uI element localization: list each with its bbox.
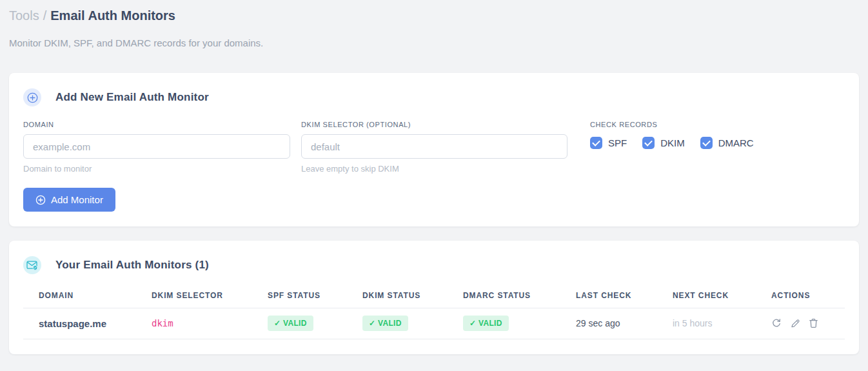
- page-title: Email Auth Monitors: [50, 8, 175, 23]
- monitors-table-header-row: DOMAIN DKIM SELECTOR SPF STATUS DKIM STA…: [23, 283, 845, 308]
- monitors-list-card: Your Email Auth Monitors (1) DOMAIN DKIM…: [9, 241, 859, 354]
- column-header-spf-status: SPF STATUS: [252, 283, 347, 308]
- dkim-selector-field-group: DKIM SELECTOR (OPTIONAL) Leave empty to …: [301, 121, 567, 174]
- column-header-last-check: LAST CHECK: [560, 283, 657, 308]
- monitor-domain: statuspage.me: [23, 308, 136, 339]
- column-header-actions: ACTIONS: [756, 283, 845, 308]
- page-subtitle: Monitor DKIM, SPF, and DMARC records for…: [9, 37, 859, 48]
- spf-status-badge: ✓ VALID: [268, 316, 313, 331]
- breadcrumb: Tools/Email Auth Monitors: [9, 6, 859, 25]
- domain-field-label: DOMAIN: [23, 121, 290, 128]
- monitor-table-row: statuspage.me dkim ✓ VALID ✓ VALID ✓ VAL…: [23, 308, 845, 339]
- monitor-dmarc-status-cell: ✓ VALID: [448, 308, 560, 339]
- monitor-dkim-selector: dkim: [136, 308, 252, 339]
- column-header-dkim-status: DKIM STATUS: [347, 283, 448, 308]
- breadcrumb-tools-link[interactable]: Tools: [9, 8, 39, 23]
- monitor-last-check: 29 sec ago: [560, 308, 657, 339]
- dkim-check-item[interactable]: DKIM: [642, 137, 685, 149]
- edit-icon[interactable]: [790, 318, 800, 328]
- add-monitor-button-label: Add Monitor: [51, 194, 103, 205]
- monitor-actions-cell: [756, 308, 845, 339]
- check-records-label: CHECK RECORDS: [590, 121, 845, 128]
- monitor-dkim-status-cell: ✓ VALID: [347, 308, 448, 339]
- email-auth-monitors-page: Tools/Email Auth Monitors Monitor DKIM, …: [0, 0, 868, 354]
- column-header-domain: DOMAIN: [23, 283, 136, 308]
- domain-field-helper: Domain to monitor: [23, 164, 290, 174]
- column-header-next-check: NEXT CHECK: [657, 283, 756, 308]
- spf-check-item[interactable]: SPF: [590, 137, 627, 149]
- dkim-status-badge: ✓ VALID: [362, 316, 408, 331]
- check-records-group: CHECK RECORDS SPF DKIM DMARC: [578, 121, 845, 174]
- plus-circle-icon: [35, 195, 46, 205]
- column-header-dkim-selector: DKIM SELECTOR: [136, 283, 252, 308]
- plus-circle-icon: [23, 88, 41, 106]
- dmarc-check-item[interactable]: DMARC: [700, 137, 754, 149]
- breadcrumb-separator: /: [43, 8, 47, 23]
- dkim-selector-input[interactable]: [301, 134, 567, 159]
- dkim-selector-field-helper: Leave empty to skip DKIM: [301, 164, 567, 174]
- domain-input[interactable]: [23, 134, 290, 159]
- monitor-next-check: in 5 hours: [657, 308, 756, 339]
- domain-field-group: DOMAIN Domain to monitor: [23, 121, 290, 174]
- dkim-checkbox-checked-icon[interactable]: [642, 137, 655, 149]
- add-monitor-card: Add New Email Auth Monitor DOMAIN Domain…: [9, 73, 859, 226]
- dmarc-status-badge: ✓ VALID: [463, 316, 509, 331]
- column-header-dmarc-status: DMARC STATUS: [448, 283, 560, 308]
- add-monitor-button[interactable]: Add Monitor: [23, 188, 115, 212]
- add-monitor-card-header: Add New Email Auth Monitor: [23, 88, 845, 106]
- add-monitor-card-title: Add New Email Auth Monitor: [55, 91, 209, 104]
- monitors-table: DOMAIN DKIM SELECTOR SPF STATUS DKIM STA…: [23, 283, 845, 339]
- add-monitor-form: DOMAIN Domain to monitor DKIM SELECTOR (…: [23, 121, 845, 174]
- dmarc-checkbox-checked-icon[interactable]: [700, 137, 713, 149]
- spf-checkbox-checked-icon[interactable]: [590, 137, 602, 149]
- dmarc-checkbox-label: DMARC: [718, 137, 754, 148]
- delete-icon[interactable]: [809, 318, 818, 328]
- monitors-list-card-title: Your Email Auth Monitors (1): [55, 259, 209, 272]
- email-check-icon: [23, 256, 41, 274]
- monitors-list-card-header: Your Email Auth Monitors (1): [23, 256, 845, 274]
- refresh-icon[interactable]: [771, 318, 782, 328]
- dkim-selector-field-label: DKIM SELECTOR (OPTIONAL): [301, 121, 567, 128]
- monitor-spf-status-cell: ✓ VALID: [252, 308, 347, 339]
- spf-checkbox-label: SPF: [608, 137, 627, 148]
- check-records-row: SPF DKIM DMARC: [590, 137, 845, 149]
- dkim-checkbox-label: DKIM: [660, 137, 685, 148]
